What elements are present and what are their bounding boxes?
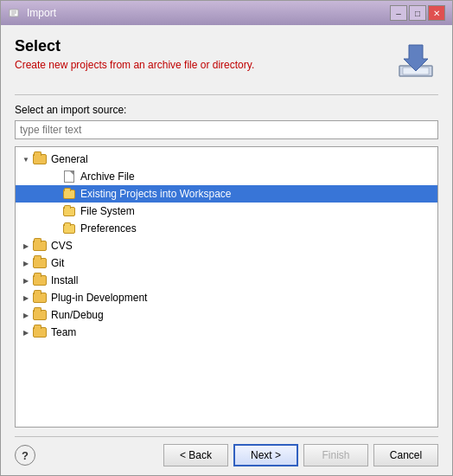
toggle-plugin[interactable]	[19, 291, 33, 305]
tree-container[interactable]: General Archive File Existing Projects i…	[15, 146, 438, 428]
filter-input[interactable]	[15, 120, 438, 139]
folder-icon-general	[33, 152, 47, 166]
folder-icon-cvs	[33, 239, 47, 253]
folder-icon-preferences	[62, 222, 76, 235]
tree-item-preferences[interactable]: Preferences	[16, 220, 437, 237]
header-icon	[393, 37, 438, 82]
label-archive-file: Archive File	[80, 170, 135, 183]
folder-icon-team	[33, 325, 47, 339]
filter-label: Select an import source:	[15, 104, 438, 116]
window-title: Import	[27, 7, 390, 19]
finish-button[interactable]: Finish	[303, 444, 368, 466]
dialog-title: Select	[15, 37, 385, 55]
label-existing-projects: Existing Projects into Workspace	[80, 188, 232, 200]
toggle-install[interactable]	[19, 273, 33, 287]
titlebar-buttons: – □ ✕	[390, 5, 445, 21]
toggle-cvs[interactable]	[19, 239, 33, 253]
import-icon-svg	[396, 40, 436, 80]
tree-item-plugin-development[interactable]: Plug-in Development	[16, 289, 437, 306]
toggle-git[interactable]	[19, 256, 33, 270]
close-button[interactable]: ✕	[428, 5, 445, 21]
button-bar: ? < Back Next > Finish Cancel	[15, 436, 438, 466]
label-preferences: Preferences	[80, 222, 137, 235]
label-file-system: File System	[80, 205, 135, 217]
tree-item-git[interactable]: Git	[16, 254, 437, 272]
header-description: Create new projects from an archive file…	[15, 59, 385, 71]
dialog-content: Select Create new projects from an archi…	[1, 25, 452, 475]
cancel-button[interactable]: Cancel	[373, 444, 438, 466]
header-divider	[15, 94, 438, 95]
label-git: Git	[51, 257, 64, 269]
toggle-rundebug[interactable]	[19, 308, 33, 322]
header-section: Select Create new projects from an archi…	[15, 37, 438, 82]
folder-icon-existing	[62, 187, 76, 201]
file-icon-archive	[62, 170, 76, 183]
toggle-general[interactable]	[19, 152, 33, 166]
help-button[interactable]: ?	[15, 445, 35, 466]
back-button[interactable]: < Back	[163, 444, 228, 466]
tree-item-existing-projects[interactable]: Existing Projects into Workspace	[16, 185, 437, 203]
label-team: Team	[51, 326, 76, 338]
label-run-debug: Run/Debug	[51, 309, 104, 321]
maximize-button[interactable]: □	[409, 5, 426, 21]
header-text: Select Create new projects from an archi…	[15, 37, 385, 71]
window-icon	[8, 6, 22, 20]
folder-icon-filesystem	[62, 204, 76, 218]
import-dialog: Import – □ ✕ Select Create new projects …	[0, 0, 453, 476]
tree-item-run-debug[interactable]: Run/Debug	[16, 306, 437, 324]
folder-icon-rundebug	[33, 308, 47, 322]
folder-icon-install	[33, 273, 47, 287]
titlebar: Import – □ ✕	[1, 1, 452, 25]
tree-item-install[interactable]: Install	[16, 272, 437, 289]
tree-item-file-system[interactable]: File System	[16, 203, 437, 220]
tree-item-team[interactable]: Team	[16, 324, 437, 341]
label-cvs: CVS	[51, 240, 73, 252]
label-general: General	[51, 153, 88, 165]
tree-item-archive-file[interactable]: Archive File	[16, 168, 437, 185]
label-plugin-development: Plug-in Development	[51, 292, 147, 304]
toggle-team[interactable]	[19, 325, 33, 339]
minimize-button[interactable]: –	[390, 5, 407, 21]
navigation-buttons: < Back Next > Finish Cancel	[163, 444, 438, 466]
tree-item-cvs[interactable]: CVS	[16, 237, 437, 254]
next-button[interactable]: Next >	[233, 444, 298, 466]
folder-icon-plugin	[33, 291, 47, 305]
tree-item-general[interactable]: General	[16, 151, 437, 168]
label-install: Install	[51, 274, 78, 286]
folder-icon-git	[33, 256, 47, 270]
